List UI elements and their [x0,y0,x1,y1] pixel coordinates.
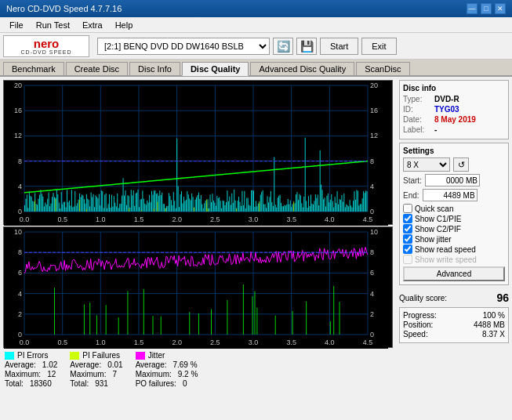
advanced-button[interactable]: Advanced [403,266,505,281]
menu-help[interactable]: Help [109,19,140,31]
pi-errors-max-value: 12 [47,370,56,378]
main-content: PI Errors Average: 1.02 Maximum: 12 Tota… [0,77,512,418]
pi-errors-avg-label: Average: [5,360,36,369]
speed-select[interactable]: 8 X [403,158,450,172]
pi-failures-max-value: 7 [112,370,117,378]
pi-errors-total-label: Total: [5,379,24,388]
pi-errors-label: PI Errors [17,351,48,360]
show-jitter-checkbox[interactable] [403,234,412,244]
show-read-speed-checkbox[interactable] [403,244,412,254]
pi-errors-avg-value: 1.02 [42,360,57,369]
end-label: End: [403,191,419,200]
jitter-po-label: PO failures: [136,379,176,388]
legend-jitter: Jitter Average: 7.69 % Maximum: 9.2 % PO… [136,351,198,388]
tab-scan-disc[interactable]: ScanDisc [356,62,409,75]
quality-score-row: Quality score: 96 [399,291,509,304]
tab-disc-info[interactable]: Disc Info [129,62,180,75]
start-label: Start: [403,176,422,185]
tab-advanced-disc-quality[interactable]: Advanced Disc Quality [250,62,354,75]
window-controls: — □ ✕ [467,3,506,14]
settings-section: Settings 8 X ↺ Start: End: Quick scan [399,143,509,285]
pi-failures-label: PI Failures [82,351,120,360]
minimize-button[interactable]: — [467,3,478,14]
type-value: DVD-R [434,95,459,103]
toolbar: nero CD-DVD SPEED [2:1] BENQ DVD DD DW16… [0,33,512,60]
right-panel: Disc info Type: DVD-R ID: TYG03 Date: 8 … [396,77,512,418]
disc-info-title: Disc info [403,84,505,92]
menu-extra[interactable]: Extra [76,19,109,31]
show-c1pie-checkbox[interactable] [403,214,412,223]
quality-score-label: Quality score: [399,294,447,302]
pi-failures-color [70,352,79,360]
disc-label-label: Label: [403,125,431,134]
jitter-label: Jitter [148,351,165,360]
end-input[interactable] [423,189,478,201]
show-c2pif-label: Show C2/PIF [415,225,461,234]
drive-select[interactable]: [2:1] BENQ DVD DD DW1640 BSLB [97,38,270,55]
start-input[interactable] [425,174,480,186]
nero-logo: nero CD-DVD SPEED [3,35,89,57]
menu-bar: File Run Test Extra Help [0,17,512,33]
speed-value: 8.37 X [482,330,505,339]
show-c2pif-checkbox[interactable] [403,224,412,234]
menu-file[interactable]: File [3,19,30,31]
pi-errors-color [5,352,14,360]
app-title: Nero CD-DVD Speed 4.7.7.16 [6,4,122,13]
exit-button[interactable]: Exit [361,38,396,55]
legend-pi-errors: PI Errors Average: 1.02 Maximum: 12 Tota… [5,351,57,388]
id-value: TYG03 [434,105,459,114]
menu-run-test[interactable]: Run Test [30,19,76,31]
show-write-speed-checkbox [403,255,412,264]
disc-info-section: Disc info Type: DVD-R ID: TYG03 Date: 8 … [399,80,509,139]
pi-failures-max-label: Maximum: [70,370,106,378]
date-label: Date: [403,115,431,124]
close-button[interactable]: ✕ [495,3,506,14]
pi-failures-avg-value: 0.01 [107,360,122,369]
chart-bottom [3,226,393,348]
date-value: 8 May 2019 [434,115,476,124]
save-icon[interactable]: 💾 [296,38,317,55]
pi-failures-total-label: Total: [70,379,89,388]
tab-create-disc[interactable]: Create Disc [66,62,128,75]
jitter-avg-value: 7.69 % [172,360,197,369]
show-write-speed-label: Show write speed [415,255,477,264]
nero-subbrand: CD-DVD SPEED [21,49,72,55]
jitter-color [136,352,145,360]
jitter-avg-label: Average: [136,360,167,369]
progress-section: Progress: 100 % Position: 4488 MB Speed:… [399,307,509,343]
pi-errors-total-value: 18360 [30,379,52,388]
quality-score-value: 96 [496,291,509,304]
nero-brand: nero [34,38,60,49]
settings-refresh-btn[interactable]: ↺ [453,158,469,172]
jitter-max-label: Maximum: [136,370,172,378]
tab-bar: Benchmark Create Disc Disc Info Disc Qua… [0,60,512,77]
refresh-icon[interactable]: 🔄 [273,38,293,55]
pi-failures-total-value: 931 [95,379,108,388]
tab-benchmark[interactable]: Benchmark [3,62,64,75]
legend-pi-failures: PI Failures Average: 0.01 Maximum: 7 Tot… [70,351,122,388]
title-bar: Nero CD-DVD Speed 4.7.7.16 — □ ✕ [0,0,512,17]
chart-top [3,80,393,225]
position-label: Position: [403,320,433,329]
start-button[interactable]: Start [320,38,358,55]
settings-title: Settings [403,147,505,155]
quick-scan-label: Quick scan [415,205,453,213]
chart-panel: PI Errors Average: 1.02 Maximum: 12 Tota… [0,77,396,418]
progress-value: 100 % [483,311,505,320]
quick-scan-checkbox[interactable] [403,204,412,213]
position-value: 4488 MB [474,320,505,329]
show-c1pie-label: Show C1/PIE [415,215,461,223]
speed-label: Speed: [403,330,428,339]
progress-label: Progress: [403,311,437,320]
pi-errors-max-label: Maximum: [5,370,41,378]
id-label: ID: [403,105,431,114]
type-label: Type: [403,95,431,103]
show-read-speed-label: Show read speed [415,245,476,254]
show-jitter-label: Show jitter [415,235,452,244]
disc-label-value: - [434,125,437,134]
pi-failures-avg-label: Average: [70,360,101,369]
maximize-button[interactable]: □ [481,3,492,14]
jitter-max-value: 9.2 % [178,370,198,378]
tab-disc-quality[interactable]: Disc Quality [182,62,249,76]
jitter-po-value: 0 [183,379,187,388]
